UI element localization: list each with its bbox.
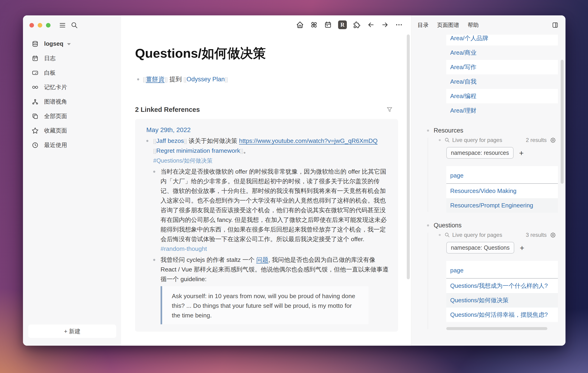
search-icon [444,232,450,238]
bullet-dot[interactable] [153,171,155,173]
home-button[interactable] [296,21,304,29]
sidebar-header [23,15,121,29]
search-button[interactable] [71,21,78,29]
namespace-filter-chip[interactable]: namespace: resources [446,147,514,159]
star-icon [32,127,39,134]
graph-selector[interactable]: logseq [23,37,121,51]
child-block[interactable]: 我曾经问 cyclejs 的作者 staltz 一个 问题, 我问他是否也会因为… [153,255,390,325]
add-filter-button[interactable]: + [520,244,524,252]
bullet-dot[interactable] [427,224,429,227]
query-settings-button[interactable] [550,137,556,143]
sidebar-item-graph-view[interactable]: 图谱视角 [23,94,121,109]
ref-bracket: [[ [184,76,187,83]
sidebar-item-recent[interactable]: 最近使用 [23,138,121,152]
bullet-dot[interactable] [439,139,441,141]
sidebar-item-whiteboards[interactable]: 白板 [23,65,121,80]
right-sidebar: 目录 页面图谱 帮助 Area/个人品牌 Area/商业 Area/写作 Are… [411,15,566,346]
page-link-row[interactable]: Questions/我想成为一个什么样的人? [446,279,558,293]
graph-button[interactable] [310,21,318,29]
tab-contents[interactable]: 目录 [418,21,429,29]
block-text-span: 当时在决定是否接收微软的 offer 的时候我非常犹豫，因为微软给出的 offe… [160,168,387,243]
section-header: Questions [426,222,558,229]
zoom-button[interactable] [46,23,51,28]
page-link-row[interactable]: Area/商业 [446,45,558,60]
more-options-button[interactable] [395,21,403,29]
calendar-icon [32,55,39,62]
plugins-button[interactable] [353,21,361,29]
search-icon [71,21,78,29]
bullet-dot[interactable] [146,140,148,142]
live-query-row: Live query for pages 2 results [439,137,556,143]
add-filter-button[interactable]: + [519,149,524,157]
main-scrollbar[interactable] [407,34,410,279]
toggle-sidebar-button[interactable] [59,21,66,29]
right-sidebar-scrollbar[interactable] [561,60,564,184]
page-content: Questions/如何做决策 [[薑餅資]] 提到 [[Odyssey Pla… [121,46,398,332]
infinity-icon [32,84,39,91]
page-ref-link[interactable]: Odyssey Plan [187,76,225,83]
journal-button[interactable] [324,21,332,29]
sidebar-item-favorites[interactable]: 收藏页面 [23,123,121,138]
page-link-row[interactable]: Area/理财 [446,103,558,118]
page-link-row[interactable]: Area/写作 [446,60,558,74]
bullet-dot[interactable] [439,234,441,236]
tab-page-graph[interactable]: 页面图谱 [437,21,459,29]
sidebar-item-flashcards[interactable]: 记忆卡片 [23,80,121,94]
nav-back-button[interactable] [367,21,375,29]
block-text-span: 。 [243,147,250,154]
block-text-span: 谈关于如何做决策 [187,137,239,144]
bullet-dot[interactable] [153,259,155,261]
external-url-link[interactable]: https://www.youtube.com/watch?v=jwG_qR6X… [239,137,378,144]
ref-bracket: [[ [143,76,146,83]
page-link-row[interactable]: Area/自我 [446,74,558,89]
section-title: Questions [434,222,462,229]
reference-block[interactable]: [[Jaff bezos]] 谈关于如何做决策 https://www.yout… [146,136,390,325]
arrow-left-icon [367,21,375,29]
home-icon [296,21,304,29]
mention-block[interactable]: [[薑餅資]] 提到 [[Odyssey Plan]] [135,75,398,83]
sidebar-item-all-pages[interactable]: 全部页面 [23,109,121,123]
readwise-plugin-button[interactable]: R [338,21,347,29]
page-link-row[interactable]: Resources/Video Making [446,184,558,198]
query-settings-button[interactable] [550,232,556,238]
new-page-button[interactable]: + 新建 [28,324,116,338]
close-button[interactable] [29,23,34,28]
page-link-row[interactable]: Resources/Prompt Engineering [446,198,558,213]
query-results-count: 3 results [526,232,547,238]
child-block[interactable]: 当时在决定是否接收微软的 offer 的时候我非常犹豫，因为微软给出的 offe… [153,167,390,254]
linked-references-header: 2 Linked References [135,106,398,114]
horizontal-scrollbar[interactable] [446,327,547,330]
column-header-page[interactable]: page [446,166,558,184]
close-right-sidebar-button[interactable] [552,21,559,29]
puzzle-icon [353,21,361,29]
column-header-page[interactable]: page [446,261,558,279]
page-link-row[interactable]: Questions/如何做决策 [446,293,558,308]
page-tag-link[interactable]: #random-thought [160,245,207,252]
bullet-dot[interactable] [427,130,429,132]
live-query-row: Live query for pages 3 results [439,232,556,238]
filter-button[interactable] [386,106,393,113]
page-tag-link[interactable]: #Questions/如何做决策 [153,156,390,165]
ref-bracket: [[ [153,138,156,144]
page-ref-link[interactable]: 薑餅資 [146,76,164,83]
logseq-window: logseq 日志 白板 记忆卡片 图谱视角 全部页面 [23,15,566,346]
namespace-filter-chip[interactable]: namespace: Questions [446,242,514,254]
bullet-dot[interactable] [137,78,139,80]
page-link-row[interactable]: Area/个人品牌 [446,35,558,45]
ref-bracket: ]] [225,76,228,83]
sidebar-item-journals[interactable]: 日志 [23,51,121,65]
page-link-row[interactable]: Questions/如何活得幸福，摆脱焦虑? [446,308,558,322]
nav-forward-button[interactable] [381,21,389,29]
tab-help[interactable]: 帮助 [468,21,479,29]
external-link[interactable]: 问题 [256,256,269,263]
query-filter-row: namespace: resources + [446,147,556,159]
resources-section: Resources Live query for pages 2 results [426,127,558,213]
query-label: Live query for pages [452,232,502,238]
page-ref-link[interactable]: Regret minimization framework [156,147,240,154]
questions-section: Questions Live query for pages 3 results [426,222,558,330]
minimize-button[interactable] [38,23,42,28]
page-ref-link[interactable]: Jaff bezos [156,137,184,144]
journal-date-link[interactable]: May 29th, 2022 [146,126,191,134]
page-link-row[interactable]: Area/编程 [446,89,558,103]
section-body: Live query for pages 3 results namespace… [426,232,556,330]
